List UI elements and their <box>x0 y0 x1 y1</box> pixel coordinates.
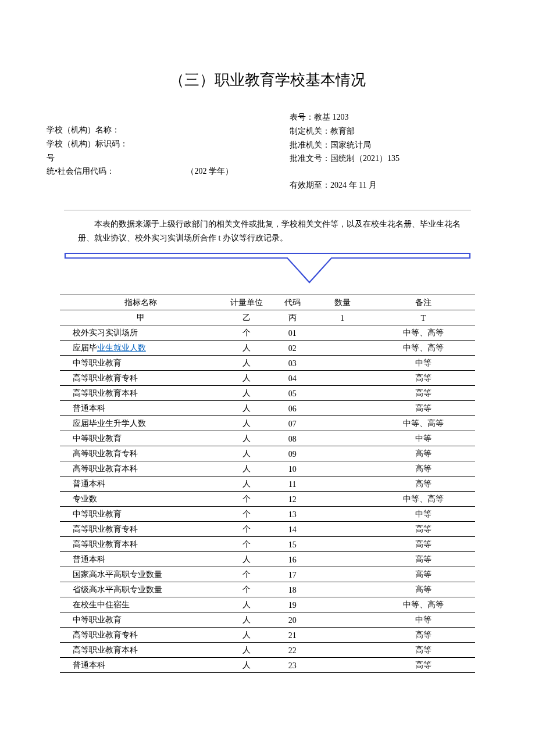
indicator-code: 07 <box>272 415 313 431</box>
approval-number: 批准文号：国统制（2021）135 <box>290 152 488 166</box>
subheader-qty: 1 <box>313 310 372 325</box>
indicator-qty[interactable] <box>313 642 372 657</box>
indicator-remark: 高等 <box>372 446 476 461</box>
maker-org: 制定机关：教育部 <box>290 124 488 138</box>
indicator-unit: 个 <box>222 506 272 521</box>
indicator-qty[interactable] <box>313 400 372 415</box>
indicator-qty[interactable] <box>313 461 372 476</box>
indicator-code: 06 <box>272 400 313 415</box>
indicator-unit: 个 <box>222 521 272 536</box>
subheader-code: 丙 <box>272 310 313 325</box>
indicator-code: 19 <box>272 597 313 612</box>
indicator-code: 10 <box>272 461 313 476</box>
indicator-name-link[interactable]: 业生就业人数 <box>97 343 146 352</box>
indicator-qty[interactable] <box>313 476 372 491</box>
indicator-qty[interactable] <box>313 370 372 385</box>
indicator-qty[interactable] <box>313 567 372 582</box>
indicator-unit: 人 <box>222 461 272 476</box>
table-row: 专业数个12中等、高等 <box>60 491 475 506</box>
data-source-note: 本表的数据来源于上级行政部门的相关文件或批复，学校相关文件等，以及在校生花名册、… <box>47 217 488 252</box>
table-row: 高等职业教育本科人10高等 <box>60 461 475 476</box>
indicator-name: 在校生中住宿生 <box>60 597 222 612</box>
indicator-name: 普通本科 <box>60 657 222 672</box>
indicator-name: 中等职业教育 <box>60 612 222 627</box>
indicator-unit: 人 <box>222 551 272 567</box>
table-header-row: 指标名称 计量单位 代码 数量 备注 <box>60 295 475 310</box>
indicator-qty[interactable] <box>313 491 372 506</box>
indicator-name: 高等职业教育专科 <box>60 370 222 385</box>
indicator-code: 08 <box>272 431 313 446</box>
table-row: 应届毕业生就业人数人02中等、高等 <box>60 340 475 355</box>
indicator-code: 14 <box>272 521 313 536</box>
col-header-remark: 备注 <box>372 295 476 310</box>
credit-label: 统•社会信用代码： <box>47 167 115 175</box>
indicator-name: 高等职业教育本科 <box>60 642 222 657</box>
indicator-unit: 人 <box>222 370 272 385</box>
indicator-qty[interactable] <box>313 536 372 551</box>
col-header-unit: 计量单位 <box>222 295 272 310</box>
col-header-qty: 数量 <box>313 295 372 310</box>
indicator-remark: 中等、高等 <box>372 340 476 355</box>
indicator-name: 普通本科 <box>60 400 222 415</box>
indicator-remark: 高等 <box>372 582 476 597</box>
indicator-qty[interactable] <box>313 597 372 612</box>
indicator-unit: 人 <box>222 476 272 491</box>
indicator-qty[interactable] <box>313 325 372 340</box>
approver-org: 批准机关：国家统计局 <box>290 138 488 152</box>
indicator-unit: 人 <box>222 385 272 400</box>
indicator-name: 国家高水平高职专业数量 <box>60 567 222 582</box>
indicator-qty[interactable] <box>313 612 372 627</box>
indicator-table: 指标名称 计量单位 代码 数量 备注 甲 乙 丙 1 T 校外实习实训场所个01… <box>60 295 475 673</box>
indicator-remark: 高等 <box>372 567 476 582</box>
indicator-name: 中等职业教育 <box>60 431 222 446</box>
indicator-code: 15 <box>272 536 313 551</box>
callout-shape <box>64 252 471 284</box>
indicator-qty[interactable] <box>313 446 372 461</box>
indicator-code: 01 <box>272 325 313 340</box>
indicator-unit: 人 <box>222 446 272 461</box>
indicator-remark: 中等、高等 <box>372 325 476 340</box>
header-block: 学校（机构）名称： 学校（机构）标识码： 号 统•社会信用代码： （202 学年… <box>47 110 488 192</box>
indicator-code: 12 <box>272 491 313 506</box>
indicator-code: 04 <box>272 370 313 385</box>
indicator-qty[interactable] <box>313 340 372 355</box>
indicator-unit: 个 <box>222 582 272 597</box>
indicator-unit: 人 <box>222 612 272 627</box>
table-number: 表号：教基 1203 <box>290 110 488 124</box>
school-name-label: 学校（机构）名称： <box>47 123 290 137</box>
indicator-code: 13 <box>272 506 313 521</box>
table-row: 高等职业教育专科人21高等 <box>60 627 475 642</box>
divider-line <box>64 210 471 210</box>
indicator-unit: 人 <box>222 340 272 355</box>
indicator-qty[interactable] <box>313 431 372 446</box>
indicator-remark: 高等 <box>372 385 476 400</box>
indicator-name: 普通本科 <box>60 476 222 491</box>
page-title: （三）职业教育学校基本情况 <box>47 70 488 90</box>
indicator-code: 18 <box>272 582 313 597</box>
indicator-name: 应届毕业生升学人数 <box>60 415 222 431</box>
indicator-qty[interactable] <box>313 506 372 521</box>
table-row: 高等职业教育本科人22高等 <box>60 642 475 657</box>
indicator-qty[interactable] <box>313 657 372 672</box>
indicator-remark: 高等 <box>372 461 476 476</box>
indicator-unit: 人 <box>222 597 272 612</box>
indicator-qty[interactable] <box>313 385 372 400</box>
indicator-qty[interactable] <box>313 355 372 370</box>
indicator-remark: 中等、高等 <box>372 597 476 612</box>
table-row: 国家高水平高职专业数量个17高等 <box>60 567 475 582</box>
indicator-remark: 中等、高等 <box>372 491 476 506</box>
indicator-name: 校外实习实训场所 <box>60 325 222 340</box>
indicator-qty[interactable] <box>313 415 372 431</box>
header-right: 表号：教基 1203 制定机关：教育部 批准机关：国家统计局 批准文号：国统制（… <box>290 110 488 192</box>
indicator-qty[interactable] <box>313 582 372 597</box>
indicator-code: 23 <box>272 657 313 672</box>
indicator-unit: 人 <box>222 355 272 370</box>
indicator-remark: 高等 <box>372 536 476 551</box>
indicator-qty[interactable] <box>313 627 372 642</box>
indicator-name: 高等职业教育专科 <box>60 446 222 461</box>
indicator-code: 16 <box>272 551 313 567</box>
indicator-qty[interactable] <box>313 551 372 567</box>
indicator-remark: 中等 <box>372 506 476 521</box>
indicator-qty[interactable] <box>313 521 372 536</box>
indicator-name: 中等职业教育 <box>60 506 222 521</box>
